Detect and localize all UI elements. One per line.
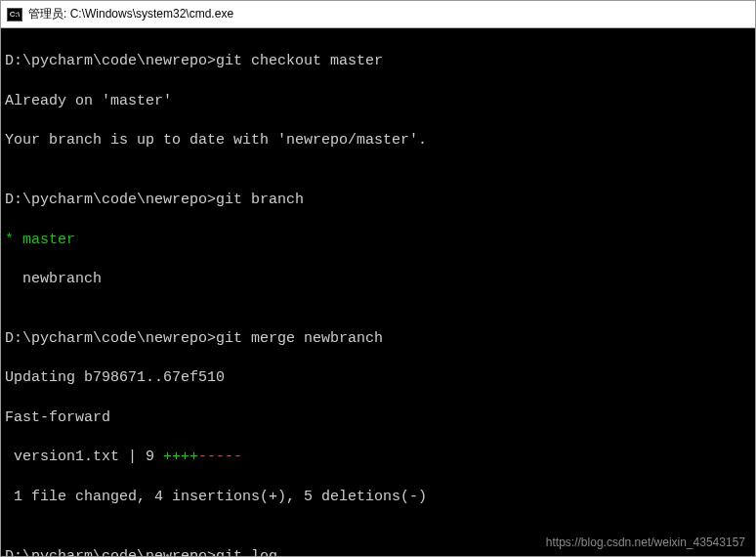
- terminal-line: D:\pycharm\code\newrepo>git merge newbra…: [5, 329, 751, 349]
- watermark: https://blog.csdn.net/weixin_43543157: [546, 535, 745, 550]
- cmd-icon: C:\: [7, 8, 22, 21]
- terminal-line: D:\pycharm\code\newrepo>git checkout mas…: [5, 52, 751, 71]
- terminal-line: Updating b798671..67ef510: [5, 368, 751, 388]
- terminal-line: Your branch is up to date with 'newrepo/…: [5, 131, 751, 150]
- cmd-window: C:\ 管理员: C:\Windows\system32\cmd.exe D:\…: [0, 0, 756, 557]
- window-title: 管理员: C:\Windows\system32\cmd.exe: [28, 6, 233, 22]
- terminal-output[interactable]: D:\pycharm\code\newrepo>git checkout mas…: [1, 28, 755, 556]
- other-branch: newbranch: [5, 270, 751, 289]
- title-bar[interactable]: C:\ 管理员: C:\Windows\system32\cmd.exe: [1, 1, 755, 28]
- diff-additions: ++++: [163, 449, 198, 465]
- terminal-line: 1 file changed, 4 insertions(+), 5 delet…: [5, 488, 751, 507]
- diff-deletions: -----: [198, 449, 242, 465]
- terminal-line: Fast-forward: [5, 408, 751, 428]
- current-branch: * master: [5, 231, 751, 250]
- terminal-line: D:\pycharm\code\newrepo>git branch: [5, 191, 751, 210]
- terminal-line: version1.txt | 9 ++++-----: [5, 448, 751, 467]
- terminal-line: Already on 'master': [5, 92, 751, 111]
